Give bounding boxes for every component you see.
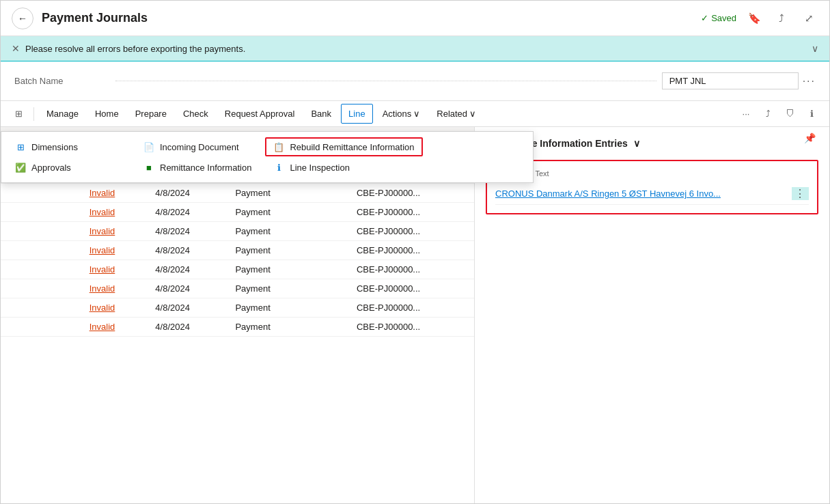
- grid-icon-button[interactable]: ⊞: [9, 104, 28, 124]
- tab-bank[interactable]: Bank: [304, 104, 338, 123]
- row-more-btn[interactable]: [40, 318, 81, 337]
- menu-item-rebuild-remittance[interactable]: 📋 Rebuild Remittance Information: [265, 137, 422, 156]
- row-arrow: [1, 222, 40, 241]
- row-more-btn[interactable]: [40, 279, 81, 298]
- table-row: Invalid 4/8/2024 Payment CBE-PJ00000...: [1, 203, 474, 222]
- tab-line[interactable]: Line: [341, 104, 373, 124]
- row-arrow: [1, 279, 40, 298]
- line-dropdown-col-3: 📋 Rebuild Remittance Information ℹ Line …: [265, 137, 422, 177]
- batch-name-value[interactable]: PMT JNL: [662, 72, 799, 89]
- row-doc-type: Payment: [227, 279, 348, 298]
- tab-manage[interactable]: Manage: [40, 104, 85, 123]
- row-date: 4/8/2024: [147, 318, 227, 337]
- back-button[interactable]: ←: [12, 8, 33, 29]
- row-doc-no: CBE-PJ00000...: [348, 279, 474, 298]
- checkmark-icon: ✓: [701, 13, 708, 23]
- alert-banner: ✕ Please resolve all errors before expor…: [1, 36, 829, 61]
- pin-icon[interactable]: 📌: [804, 132, 816, 143]
- row-arrow: [1, 260, 40, 279]
- table-row: Invalid 4/8/2024 Payment CBE-PJ00000...: [1, 318, 474, 337]
- line-dropdown-col-2: 📄 Incoming Document ■ Remittance Informa…: [135, 137, 260, 177]
- alert-expand-button[interactable]: ∨: [812, 43, 818, 54]
- panel-chevron-icon[interactable]: ∨: [633, 138, 640, 149]
- toolbar-info-button[interactable]: ℹ: [802, 104, 821, 124]
- table-row: Invalid 4/8/2024 Payment CBE-PJ00000...: [1, 241, 474, 260]
- bookmark-button[interactable]: 🔖: [745, 9, 764, 28]
- row-date: 4/8/2024: [147, 184, 227, 203]
- row-more-btn[interactable]: [40, 241, 81, 260]
- alert-message: Please resolve all errors before exporti…: [25, 44, 245, 54]
- row-more-btn[interactable]: [40, 184, 81, 203]
- row-more-btn[interactable]: [40, 260, 81, 279]
- saved-status: ✓ Saved: [701, 13, 736, 23]
- table-area: Status Date Document Type Document No. I…: [1, 127, 474, 503]
- batch-more-button[interactable]: ···: [803, 75, 816, 87]
- remittance-entry-text[interactable]: CRONUS Danmark A/S Ringen 5 ØST Havnevej…: [495, 188, 792, 199]
- row-doc-type: Payment: [227, 184, 348, 203]
- body: Batch Name PMT JNL ··· ⊞ Manage Home Pre…: [1, 61, 829, 503]
- tab-check[interactable]: Check: [176, 104, 215, 123]
- row-doc-no: CBE-PJ00000...: [348, 318, 474, 337]
- menu-item-incoming-document[interactable]: 📄 Incoming Document: [135, 137, 260, 156]
- row-status[interactable]: Invalid: [81, 260, 148, 279]
- line-dropdown-col-1: ⊞ Dimensions ✅ Approvals: [7, 137, 130, 177]
- share-button[interactable]: ⤴: [772, 9, 791, 28]
- row-status[interactable]: Invalid: [81, 318, 148, 337]
- row-date: 4/8/2024: [147, 222, 227, 241]
- row-doc-type: Payment: [227, 222, 348, 241]
- row-status[interactable]: Invalid: [81, 184, 148, 203]
- row-status[interactable]: Invalid: [81, 222, 148, 241]
- row-arrow: [1, 241, 40, 260]
- remittance-text-label: Remittance Text: [495, 169, 809, 178]
- approvals-icon: ✅: [15, 162, 26, 173]
- menu-item-line-inspection[interactable]: ℹ Line Inspection: [265, 158, 422, 177]
- row-doc-type: Payment: [227, 260, 348, 279]
- table-row: Invalid 4/8/2024 Payment CBE-PJ00000...: [1, 184, 474, 203]
- row-date: 4/8/2024: [147, 260, 227, 279]
- tab-related[interactable]: Related ∨: [430, 104, 483, 123]
- batch-value-wrapper: PMT JNL ···: [662, 72, 816, 89]
- toolbar-more-button[interactable]: ···: [736, 104, 756, 124]
- table-row: Invalid 4/8/2024 Payment CBE-PJ00000...: [1, 279, 474, 298]
- toolbar-container: ⊞ Manage Home Prepare Check Request Appr…: [1, 101, 829, 127]
- row-doc-no: CBE-PJ00000...: [348, 260, 474, 279]
- expand-button[interactable]: ⤢: [799, 9, 818, 28]
- dimensions-icon: ⊞: [15, 141, 26, 152]
- row-doc-type: Payment: [227, 318, 348, 337]
- table-row: Invalid 4/8/2024 Payment CBE-PJ00000...: [1, 260, 474, 279]
- line-dropdown-menu: ⊞ Dimensions ✅ Approvals 📄 Incoming Docu…: [1, 131, 534, 183]
- table-row: Invalid 4/8/2024 Payment CBE-PJ00000...: [1, 298, 474, 318]
- row-status[interactable]: Invalid: [81, 241, 148, 260]
- row-more-btn[interactable]: [40, 203, 81, 222]
- row-status[interactable]: Invalid: [81, 279, 148, 298]
- table-row: Invalid 4/8/2024 Payment CBE-PJ00000...: [1, 222, 474, 241]
- remittance-more-button[interactable]: ⋮: [792, 187, 809, 200]
- row-doc-type: Payment: [227, 203, 348, 222]
- toolbar-share-button[interactable]: ⤴: [758, 104, 777, 124]
- toolbar-filter-button[interactable]: ⛉: [780, 104, 799, 124]
- tab-request-approval[interactable]: Request Approval: [218, 104, 302, 123]
- row-date: 4/8/2024: [147, 241, 227, 260]
- rebuild-remittance-icon: 📋: [273, 141, 284, 152]
- related-chevron-icon: ∨: [469, 109, 476, 119]
- page-title: Payment Journals: [42, 11, 701, 25]
- batch-name-row: Batch Name PMT JNL ···: [1, 61, 829, 101]
- header: ← Payment Journals ✓ Saved 🔖 ⤴ ⤢: [1, 1, 829, 36]
- menu-item-remittance-info[interactable]: ■ Remittance Information: [135, 158, 260, 177]
- toolbar: ⊞ Manage Home Prepare Check Request Appr…: [1, 101, 829, 127]
- main-content: Status Date Document Type Document No. I…: [1, 127, 829, 503]
- alert-close-button[interactable]: ✕: [12, 43, 20, 54]
- row-status[interactable]: Invalid: [81, 298, 148, 318]
- tab-prepare[interactable]: Prepare: [128, 104, 174, 123]
- tab-home[interactable]: Home: [88, 104, 126, 123]
- batch-dots-separator: [115, 81, 656, 81]
- row-more-btn[interactable]: [40, 298, 81, 318]
- menu-item-dimensions[interactable]: ⊞ Dimensions: [7, 137, 130, 156]
- row-doc-no: CBE-PJ00000...: [348, 203, 474, 222]
- app-container: ← Payment Journals ✓ Saved 🔖 ⤴ ⤢ ✕ Pleas…: [0, 0, 830, 504]
- row-more-btn[interactable]: [40, 222, 81, 241]
- row-arrow: [1, 184, 40, 203]
- tab-actions[interactable]: Actions ∨: [376, 104, 428, 123]
- menu-item-approvals[interactable]: ✅ Approvals: [7, 158, 130, 177]
- row-status[interactable]: Invalid: [81, 203, 148, 222]
